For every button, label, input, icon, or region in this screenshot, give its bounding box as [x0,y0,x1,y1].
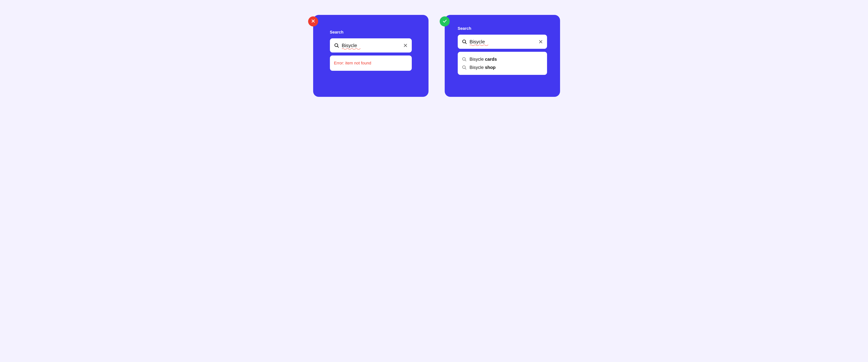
suggestion-text: Bisycle cards [470,57,497,62]
search-icon [462,65,467,70]
suggestion-base: Bisycle [470,65,484,70]
search-query-text: Bisycle [342,43,357,49]
good-badge [440,17,450,26]
search-label: Search [330,30,412,35]
spellcheck-squiggle-icon [342,49,361,50]
suggestion-text: Bisycle shop [470,65,496,70]
search-icon [462,57,467,62]
search-input[interactable]: Bisycle [458,35,547,49]
suggestion-bold: cards [485,57,497,62]
search-text-wrap: Bisycle [342,43,401,49]
bad-badge [308,17,318,26]
spellcheck-squiggle-icon [470,45,488,46]
suggestion-base: Bisycle [470,57,484,62]
bad-example: Search Bisycle [308,15,429,97]
check-icon [442,19,447,24]
bad-panel: Search Bisycle [313,15,429,97]
examples-row: Search Bisycle [308,15,560,97]
x-icon [311,19,316,24]
suggestion-bold: shop [485,65,496,70]
query-value: Bisycle [342,43,357,48]
suggestion-item[interactable]: Bisycle cards [462,55,543,63]
suggestion-item[interactable]: Bisycle shop [462,63,543,72]
clear-button[interactable] [403,43,408,48]
search-text-wrap: Bisycle [470,39,536,45]
clear-button[interactable] [538,39,543,44]
search-icon [334,43,339,48]
good-example: Search Bisycle [440,15,560,97]
good-panel: Search Bisycle [445,15,560,97]
error-message: Error: item not found [334,61,408,65]
suggestions-box: Bisycle cards Bisycle shop [458,52,547,75]
svg-line-3 [337,46,338,48]
search-input[interactable]: Bisycle [330,38,412,53]
query-value: Bisycle [470,39,485,45]
svg-line-7 [465,43,466,44]
search-query-text: Bisycle [470,39,485,45]
error-box: Error: item not found [330,55,412,71]
search-label: Search [458,26,547,31]
svg-line-13 [465,68,466,69]
svg-line-11 [465,60,466,61]
search-icon [462,39,467,44]
